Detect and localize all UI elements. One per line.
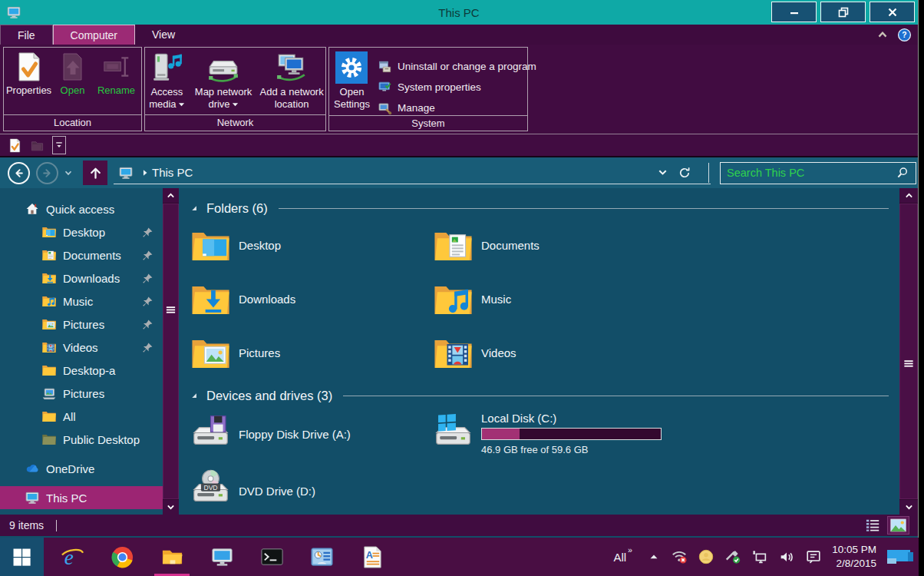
volume-icon[interactable]	[778, 548, 795, 565]
titlebar[interactable]: This PC	[0, 0, 918, 25]
scroll-down-button[interactable]	[163, 500, 179, 515]
floppy-drive-tile[interactable]: Floppy Disk Drive (A:)	[190, 412, 432, 456]
sidebar-item-all[interactable]: All	[0, 405, 163, 428]
sidebar-item-videos[interactable]: Videos	[0, 336, 163, 359]
add-network-location-button[interactable]: Add a network location	[258, 51, 325, 114]
taskbar-app-internet-explorer[interactable]: e	[54, 538, 90, 576]
sidebar-item-music[interactable]: Music	[0, 290, 163, 313]
folder-tile-videos[interactable]: Videos	[432, 332, 675, 373]
tray-all-label[interactable]: All»	[614, 551, 638, 564]
open-button[interactable]: Open	[54, 51, 91, 114]
dvd-drive-tile[interactable]: DVD DVD Drive (D:)	[190, 468, 432, 513]
sidebar-item-downloads[interactable]: Downloads	[0, 266, 163, 290]
recent-locations-caret-icon[interactable]	[63, 167, 74, 178]
sidebar-item-public-desktop[interactable]: Public Desktop	[0, 428, 163, 451]
network-disconnected-icon[interactable]	[671, 548, 688, 565]
grip-icon	[902, 358, 916, 369]
qat-customize-button[interactable]	[52, 136, 66, 154]
usb-device-icon[interactable]	[724, 548, 741, 565]
sidebar-item-pictures[interactable]: Pictures	[0, 382, 163, 405]
scroll-down-button[interactable]	[899, 500, 918, 515]
sidebar-item-quick-access[interactable]: Quick access	[0, 197, 163, 220]
taskbar-app-command-prompt[interactable]	[254, 538, 289, 576]
overflow-chevron-icon[interactable]: »	[626, 544, 639, 556]
properties-button[interactable]: Properties	[7, 51, 51, 114]
taskbar-app-control-panel[interactable]	[304, 538, 339, 576]
hidden-icons-button[interactable]	[647, 550, 661, 564]
thumbnails-view-button[interactable]	[888, 517, 909, 534]
window-preview-icon[interactable]	[886, 549, 914, 564]
search-box[interactable]	[720, 162, 916, 184]
details-view-button[interactable]	[863, 517, 883, 534]
scrollbar-thumb[interactable]	[163, 204, 179, 499]
local-disk-tile[interactable]: Local Disk (C:) 46.9 GB free of 59.6 GB	[432, 412, 675, 456]
minimize-ribbon-icon[interactable]	[876, 28, 889, 41]
qat-properties-icon[interactable]	[8, 138, 22, 153]
cmd-icon	[260, 545, 284, 569]
ribbon-group-system-label: System	[329, 115, 527, 131]
scrollbar-thumb[interactable]	[899, 204, 918, 499]
devices-section-header[interactable]: Devices and drives (3)	[190, 386, 892, 406]
search-icon[interactable]	[896, 166, 909, 180]
sidebar-item-desktop-a[interactable]: Desktop-a	[0, 359, 163, 382]
taskbar-app-wordpad[interactable]: A	[354, 538, 389, 576]
minimize-button[interactable]	[771, 2, 817, 22]
folder-tile-documents[interactable]: Documents	[432, 224, 675, 266]
section-rule	[343, 396, 889, 396]
access-media-button[interactable]: Access media	[145, 51, 189, 114]
sidebar-item-desktop[interactable]: Desktop	[0, 220, 163, 243]
sidebar-item-documents[interactable]: Documents	[0, 243, 163, 266]
clock[interactable]: 10:05 PM 2/8/2015	[832, 543, 876, 570]
scroll-up-button[interactable]	[163, 188, 179, 203]
uninstall-program-button[interactable]: Uninstall or change a program	[378, 59, 536, 74]
folder-tile-downloads[interactable]: Downloads	[190, 278, 432, 319]
tab-file[interactable]: File	[0, 25, 53, 45]
system-properties-button[interactable]: System properties	[378, 80, 536, 94]
tab-view[interactable]: View	[135, 25, 192, 45]
action-center-icon[interactable]	[805, 548, 822, 565]
open-settings-button[interactable]: Open Settings	[334, 51, 370, 115]
refresh-icon[interactable]	[678, 166, 691, 180]
network-status-icon[interactable]	[751, 548, 768, 565]
collapse-triangle-icon[interactable]	[190, 391, 200, 401]
address-dropdown-icon[interactable]	[657, 167, 668, 178]
taskbar-app-file-explorer[interactable]	[154, 538, 190, 576]
forward-button[interactable]	[36, 162, 58, 184]
breadcrumb[interactable]: This PC	[152, 166, 193, 179]
sidebar-item-this-pc[interactable]: This PC	[0, 486, 163, 509]
collapse-triangle-icon[interactable]	[190, 204, 200, 214]
map-network-drive-button[interactable]: Map network drive	[192, 51, 256, 114]
capacity-fill	[482, 429, 520, 439]
sidebar-item-pictures[interactable]: Pictures	[0, 313, 163, 336]
folder-tile-desktop[interactable]: Desktop	[190, 224, 432, 266]
folders-section-header[interactable]: Folders (6)	[190, 198, 892, 218]
arrow-right-icon	[40, 166, 54, 180]
thumbnails-view-icon	[890, 518, 906, 532]
taskbar-app-my-computer[interactable]	[204, 538, 239, 576]
close-button[interactable]	[870, 2, 915, 22]
breadcrumb-caret-icon[interactable]	[141, 167, 149, 178]
qat-new-folder-icon[interactable]	[30, 138, 45, 153]
taskbar-app-chrome[interactable]	[104, 538, 140, 576]
tab-computer[interactable]: Computer	[53, 25, 135, 45]
up-button[interactable]	[83, 161, 107, 185]
folder-downloads-icon	[41, 270, 57, 286]
main-scrollbar[interactable]	[899, 188, 918, 515]
devices-grid: Floppy Disk Drive (A:) Local Disk (C:) 4…	[190, 412, 892, 513]
rename-button[interactable]: Rename	[94, 51, 139, 114]
start-button[interactable]	[0, 538, 44, 576]
user-account-icon[interactable]	[698, 548, 714, 565]
address-bar[interactable]: This PC	[114, 161, 711, 184]
system-properties-icon	[378, 80, 392, 94]
restore-button[interactable]	[820, 2, 866, 22]
manage-button[interactable]: Manage	[378, 101, 536, 115]
grip-icon	[165, 304, 177, 316]
scroll-up-button[interactable]	[899, 188, 918, 203]
folder-tile-music[interactable]: Music	[432, 278, 675, 319]
search-input[interactable]	[721, 167, 896, 179]
back-button[interactable]	[8, 162, 30, 184]
sidebar-scrollbar[interactable]	[163, 188, 179, 515]
folder-tile-pictures[interactable]: Pictures	[190, 332, 432, 373]
sidebar-item-onedrive[interactable]: OneDrive	[0, 457, 163, 480]
help-icon[interactable]: ?	[897, 28, 912, 42]
